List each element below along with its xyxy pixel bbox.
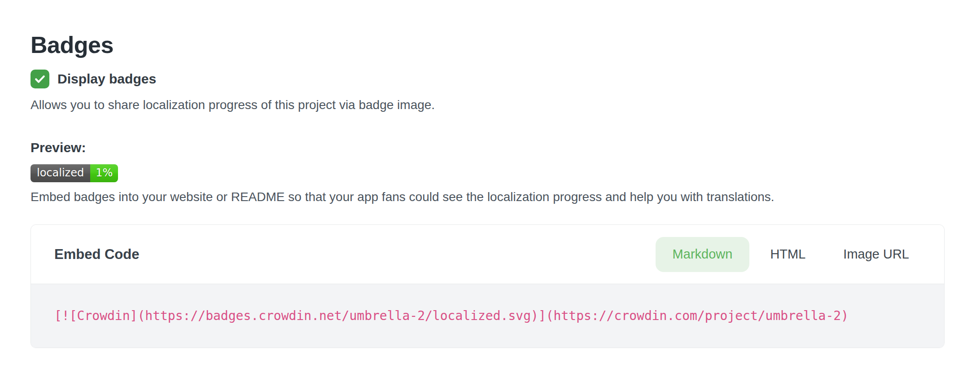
embed-format-tabs: Markdown HTML Image URL: [656, 237, 926, 272]
tab-image-url[interactable]: Image URL: [826, 237, 926, 272]
embed-code-snippet[interactable]: [![Crowdin](https://badges.crowdin.net/u…: [54, 308, 849, 323]
preview-label: Preview:: [31, 139, 980, 157]
embed-code-title: Embed Code: [54, 246, 139, 263]
badges-settings-page: Badges Display badges Allows you to shar…: [0, 32, 980, 348]
page-title: Badges: [31, 32, 980, 58]
embed-hint-text: Embed badges into your website or README…: [31, 189, 980, 206]
checkmark-icon: [34, 73, 46, 85]
embed-code-card-header: Embed Code Markdown HTML Image URL: [31, 225, 944, 284]
display-badges-row: Display badges: [31, 70, 980, 88]
tab-markdown[interactable]: Markdown: [656, 237, 750, 272]
tab-html[interactable]: HTML: [753, 237, 822, 272]
localization-badge-preview: localized 1%: [31, 164, 118, 182]
display-badges-description: Allows you to share localization progres…: [31, 96, 980, 114]
display-badges-label[interactable]: Display badges: [57, 71, 156, 87]
badge-label-segment: localized: [31, 164, 90, 182]
embed-code-body: [![Crowdin](https://badges.crowdin.net/u…: [31, 284, 944, 347]
display-badges-checkbox[interactable]: [31, 70, 49, 88]
embed-code-card: Embed Code Markdown HTML Image URL [![Cr…: [31, 224, 945, 348]
badge-value-segment: 1%: [90, 164, 118, 182]
